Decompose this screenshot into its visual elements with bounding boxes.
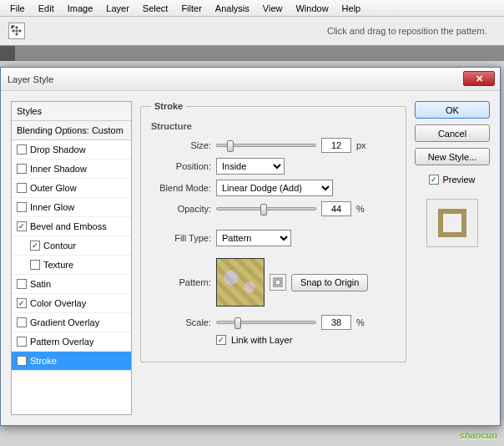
style-item-pattern-overlay[interactable]: Pattern Overlay <box>12 332 131 352</box>
size-unit: px <box>356 140 366 150</box>
style-checkbox[interactable] <box>17 337 27 347</box>
layer-style-dialog: Layer Style ✕ Styles Blending Options: C… <box>0 67 501 426</box>
link-with-layer-label: Link with Layer <box>231 335 292 345</box>
style-label: Color Overlay <box>30 298 86 308</box>
close-button[interactable]: ✕ <box>463 71 495 86</box>
styles-header[interactable]: Styles <box>12 102 131 121</box>
style-label: Contour <box>43 241 76 251</box>
blending-options-item[interactable]: Blending Options: Custom <box>12 121 131 140</box>
style-item-satin[interactable]: Satin <box>12 275 131 294</box>
filltype-select[interactable]: Pattern <box>216 230 291 246</box>
style-label: Satin <box>30 279 51 289</box>
pattern-swatch[interactable] <box>216 258 265 307</box>
opacity-slider[interactable] <box>216 207 316 210</box>
style-item-color-overlay[interactable]: Color Overlay <box>12 294 131 313</box>
new-preset-icon <box>273 277 283 287</box>
preview-checkbox[interactable] <box>429 175 439 185</box>
style-item-bevel-and-emboss[interactable]: Bevel and Emboss <box>12 217 131 236</box>
style-item-gradient-overlay[interactable]: Gradient Overlay <box>12 313 131 332</box>
size-input[interactable] <box>321 138 351 153</box>
style-item-texture[interactable]: Texture <box>12 256 131 275</box>
menu-view[interactable]: View <box>256 2 290 15</box>
style-checkbox[interactable] <box>17 183 27 193</box>
style-item-inner-shadow[interactable]: Inner Shadow <box>12 160 131 179</box>
pattern-label: Pattern: <box>151 277 211 287</box>
position-select[interactable]: Inside <box>216 158 285 175</box>
watermark: shancun <box>460 423 497 443</box>
stroke-group: Stroke Structure Size: px Position: Insi… <box>140 101 406 362</box>
dialog-buttons: OK Cancel New Style... Preview <box>415 101 490 415</box>
style-label: Bevel and Emboss <box>30 221 107 231</box>
scale-unit: % <box>356 317 365 327</box>
link-with-layer-checkbox[interactable] <box>216 335 226 345</box>
menu-filter[interactable]: Filter <box>174 2 208 15</box>
menu-window[interactable]: Window <box>289 2 335 15</box>
blendmode-label: Blend Mode: <box>151 183 211 193</box>
style-checkbox[interactable] <box>17 356 27 366</box>
stroke-settings-panel: Stroke Structure Size: px Position: Insi… <box>140 101 406 415</box>
opacity-input[interactable] <box>321 201 351 216</box>
menu-bar: File Edit Image Layer Select Filter Anal… <box>0 0 504 17</box>
preview-thumbnail <box>426 199 478 247</box>
size-slider[interactable] <box>216 144 316 147</box>
style-item-contour[interactable]: Contour <box>12 236 131 256</box>
new-style-button[interactable]: New Style... <box>415 148 490 165</box>
style-checkbox[interactable] <box>17 164 27 174</box>
style-item-inner-glow[interactable]: Inner Glow <box>12 198 131 217</box>
tabstrip-collapse-icon[interactable] <box>0 46 15 61</box>
dialog-title: Layer Style <box>8 74 53 84</box>
position-label: Position: <box>151 161 211 171</box>
opacity-unit: % <box>356 204 365 214</box>
menu-analysis[interactable]: Analysis <box>209 2 256 15</box>
menu-edit[interactable]: Edit <box>32 2 61 15</box>
style-label: Gradient Overlay <box>30 317 99 327</box>
style-checkbox[interactable] <box>30 241 40 251</box>
scale-label: Scale: <box>151 317 211 327</box>
dialog-titlebar[interactable]: Layer Style ✕ <box>1 68 500 91</box>
style-label: Pattern Overlay <box>30 337 93 347</box>
pattern-preset-button[interactable] <box>270 274 286 291</box>
move-tool-icon[interactable] <box>8 23 25 39</box>
snap-to-origin-button[interactable]: Snap to Origin <box>291 274 368 291</box>
style-checkbox[interactable] <box>17 202 27 212</box>
stroke-legend: Stroke <box>151 101 186 111</box>
cancel-button[interactable]: Cancel <box>415 124 490 142</box>
style-checkbox[interactable] <box>17 221 27 231</box>
menu-select[interactable]: Select <box>136 2 175 15</box>
menu-layer[interactable]: Layer <box>99 2 136 15</box>
style-label: Inner Shadow <box>30 164 87 174</box>
preview-label: Preview <box>442 175 475 185</box>
menu-file[interactable]: File <box>3 2 32 15</box>
style-item-stroke[interactable]: Stroke <box>12 352 131 371</box>
style-label: Drop Shadow <box>30 144 86 155</box>
style-label: Texture <box>43 260 73 270</box>
style-item-drop-shadow[interactable]: Drop Shadow <box>12 140 131 160</box>
ok-button[interactable]: OK <box>415 101 490 119</box>
style-checkbox[interactable] <box>30 260 40 270</box>
scale-slider[interactable] <box>216 321 316 324</box>
scale-input[interactable] <box>321 315 351 330</box>
structure-label: Structure <box>151 121 396 131</box>
opacity-label: Opacity: <box>151 204 211 214</box>
options-bar: Click and drag to reposition the pattern… <box>0 17 504 46</box>
menu-help[interactable]: Help <box>335 2 368 15</box>
size-label: Size: <box>151 140 211 150</box>
document-tabstrip <box>0 46 504 61</box>
style-label: Inner Glow <box>30 202 74 212</box>
filltype-label: Fill Type: <box>151 233 211 243</box>
style-label: Stroke <box>30 356 57 366</box>
style-label: Outer Glow <box>30 183 77 193</box>
style-checkbox[interactable] <box>17 298 27 308</box>
svg-rect-1 <box>275 280 280 285</box>
style-checkbox[interactable] <box>17 279 27 289</box>
style-item-outer-glow[interactable]: Outer Glow <box>12 179 131 198</box>
style-checkbox[interactable] <box>17 317 27 327</box>
blendmode-select[interactable]: Linear Dodge (Add) <box>216 180 333 196</box>
options-hint: Click and drag to reposition the pattern… <box>327 26 487 36</box>
menu-image[interactable]: Image <box>61 2 100 15</box>
style-checkbox[interactable] <box>17 144 27 155</box>
styles-list: Styles Blending Options: Custom Drop Sha… <box>11 101 132 415</box>
